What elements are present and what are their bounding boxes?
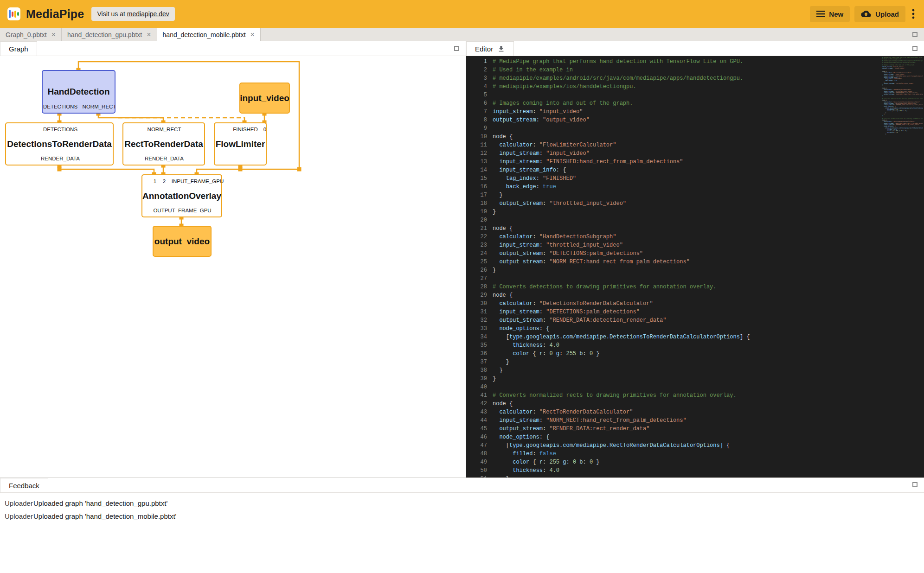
code-token: { <box>529 350 539 357</box>
code-token: node { <box>493 225 513 232</box>
code-line: 33 node_options: { <box>466 325 924 333</box>
node-HandDetection[interactable]: HandDetectionDETECTIONSNORM_RECT <box>42 70 116 114</box>
node-RectToRenderData[interactable]: RectToRenderDataNORM_RECTRENDER_DATA <box>122 122 205 166</box>
code-token <box>493 409 499 415</box>
code-text: } <box>493 359 509 365</box>
node-title: output_video <box>154 236 210 247</box>
code-line: 48 filled: false <box>466 450 924 458</box>
line-number: 12 <box>466 149 487 158</box>
code-token <box>493 234 499 240</box>
code-token <box>493 259 499 265</box>
editor-tab[interactable]: Editor <box>466 41 514 56</box>
code-line: 12 input_stream: "input_video" <box>466 149 924 158</box>
line-number: 5 <box>466 91 487 99</box>
code-token: : <box>536 117 543 123</box>
code-token: : { <box>539 434 550 440</box>
graph-canvas[interactable]: HandDetectionDETECTIONSNORM_RECTinput_vi… <box>0 56 466 478</box>
line-number: 27 <box>466 274 487 283</box>
graph-back-edge <box>118 118 244 122</box>
code-token: } <box>493 476 509 478</box>
code-text: color { r: 0 g: 255 b: 0 } <box>493 350 600 357</box>
code-token: : <box>536 175 543 182</box>
more-menu-button[interactable] <box>910 8 917 20</box>
code-token <box>493 142 499 148</box>
code-token: # Converts detections to drawing primiti… <box>882 98 923 100</box>
code-line: 47 [type.googleapis.com/mediapipe.RectTo… <box>466 441 924 450</box>
code-line: 25 output_stream: "NORM_RECT:hand_rect_f… <box>466 258 924 266</box>
code-text: input_stream: "input_video" <box>493 108 583 115</box>
close-tab-icon[interactable]: × <box>147 31 151 38</box>
code-line: 46 node_options: { <box>466 433 924 441</box>
code-editor[interactable]: 1# MediaPipe graph that performs hand de… <box>466 56 924 478</box>
code-token <box>493 342 513 349</box>
close-tab-icon[interactable]: × <box>250 31 255 38</box>
code-line: 24 output_stream: "DETECTIONS:palm_detec… <box>466 249 924 258</box>
code-text: calculator: "DetectionsToRenderDataCalcu… <box>493 300 653 307</box>
line-number: 20 <box>466 216 487 224</box>
code-line: 31 input_stream: "DETECTIONS:palm_detect… <box>466 308 924 316</box>
code-line: 11 calculator: "FlowLimiterCalculator" <box>466 141 924 149</box>
code-token: g <box>556 350 559 357</box>
code-text: } <box>493 209 496 215</box>
code-line: 27 <box>466 274 924 283</box>
code-token <box>493 150 499 157</box>
feedback-message: Uploaded graph 'hand_detection_gpu.pbtxt… <box>33 499 167 507</box>
code-token <box>553 350 556 357</box>
document-tab[interactable]: hand_detection_mobile.pbtxt× <box>157 28 261 41</box>
connector-dot <box>238 167 243 172</box>
code-token: calculator <box>499 142 533 148</box>
cloud-upload-icon <box>861 10 871 18</box>
code-line: 30 calculator: "DetectionsToRenderDataCa… <box>466 299 924 308</box>
code-line: 16 back_edge: true <box>466 183 924 191</box>
feedback-panel-strip: Feedback <box>0 478 924 493</box>
code-token <box>493 434 499 440</box>
code-token: : <box>583 350 589 357</box>
node-AnnotationOverlay[interactable]: AnnotationOverlay12INPUT_FRAME_GPUOUTPUT… <box>141 174 222 217</box>
feedback-popout-button[interactable] <box>912 482 918 487</box>
graph-popout-button[interactable] <box>454 46 459 51</box>
editor-popout-button[interactable] <box>912 46 918 51</box>
node-title: RectToRenderData <box>124 139 203 149</box>
graph-tab[interactable]: Graph <box>0 41 37 56</box>
visit-badge: Visit us at mediapipe.dev <box>91 7 174 21</box>
code-line: 40 <box>466 383 924 391</box>
node-output_video[interactable]: output_video <box>153 226 212 257</box>
line-number: 25 <box>466 258 487 266</box>
code-token <box>493 159 499 165</box>
node-FlowLimiter[interactable]: FlowLimiterFINISHED0 <box>214 122 267 166</box>
editor-minimap[interactable]: # MediaPipe graph that performs hand det… <box>882 57 923 135</box>
code-line: 34 [type.googleapis.com/mediapipe.Detect… <box>466 333 924 341</box>
code-token: input_stream_info <box>499 167 556 173</box>
line-number: 36 <box>466 350 487 358</box>
download-icon[interactable] <box>497 45 505 53</box>
document-tab[interactable]: hand_detection_gpu.pbtxt× <box>62 28 157 41</box>
code-token: input_stream <box>499 242 539 248</box>
main-split: Graph HandDetectionDETECTIONSNORM_RECTin… <box>0 41 924 478</box>
code-token: 255 <box>566 350 576 357</box>
code-token: # MediaPipe graph that performs hand det… <box>493 58 743 65</box>
node-DetectionsToRenderData[interactable]: DetectionsToRenderDataDETECTIONSRENDER_D… <box>5 122 114 166</box>
node-input_video[interactable]: input_video <box>239 83 290 114</box>
code-line: 6# Images coming into and out of the gra… <box>466 99 924 108</box>
document-tab[interactable]: Graph_0.pbtxt× <box>0 28 62 41</box>
code-token: "NORM_RECT:hand_rect_from_palm_detection… <box>896 93 923 95</box>
code-line: 14 input_stream_info: { <box>466 166 924 174</box>
feedback-message: Uploaded graph 'hand_detection_mobile.pb… <box>33 512 176 520</box>
new-button[interactable]: New <box>810 6 850 22</box>
close-tab-icon[interactable]: × <box>51 31 56 38</box>
upload-button[interactable]: Upload <box>854 6 905 22</box>
code-token: # mediapipie/examples/android/src/java/c… <box>493 75 743 82</box>
port-label: OUTPUT_FRAME_GPU <box>153 208 211 213</box>
tabbar-popout-button[interactable] <box>912 32 918 37</box>
mediapipe-dev-link[interactable]: mediapipe.dev <box>127 10 169 18</box>
code-token: color <box>513 350 529 357</box>
code-line: 38 } <box>466 366 924 375</box>
code-text: # Converts normalized rects to drawing p… <box>493 392 737 399</box>
code-token: "input_video" <box>546 150 590 157</box>
code-token: 0 <box>590 350 593 357</box>
code-token: : <box>533 142 539 148</box>
code-text: thickness: 4.0 <box>493 467 559 474</box>
code-token: : <box>543 459 549 465</box>
feedback-tab[interactable]: Feedback <box>0 478 48 492</box>
line-number: 39 <box>466 375 487 383</box>
